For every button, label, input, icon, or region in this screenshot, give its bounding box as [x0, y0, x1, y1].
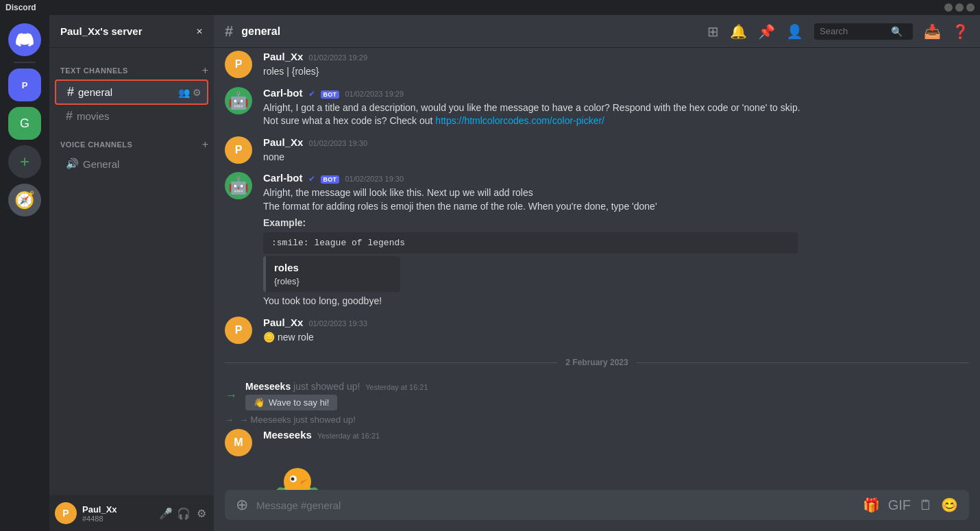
text-channels-category[interactable]: TEXT CHANNELS +: [49, 53, 214, 79]
user-controls: 🎤 🎧 ⚙: [159, 506, 208, 520]
add-text-channel-button[interactable]: +: [202, 64, 208, 77]
wave-button[interactable]: 👋 Wave to say hi!: [245, 395, 337, 410]
channel-header: # general ⊞ 🔔 📌 👤 🔍 📥 ❓: [214, 15, 980, 48]
voice-channels-label: VOICE CHANNELS: [60, 140, 132, 149]
verified-icon: ✔: [308, 174, 315, 184]
messages-area: P Paul_Xx 01/02/2023 19:29 roles | {role…: [214, 48, 980, 490]
wave-button-label: Wave to say hi!: [269, 397, 329, 408]
message-input-box: ⊕ 🎁 GIF 🗒 😊: [225, 490, 969, 520]
user-settings-button[interactable]: ⚙: [195, 506, 208, 520]
message-author: Carl-bot: [263, 172, 303, 184]
message-content-meeseeks: Meeseeks Yesterday at 16:21: [263, 429, 969, 490]
search-input[interactable]: [820, 26, 888, 36]
small-system-text: → Meeseeks just showed up!: [239, 415, 356, 425]
server-name: Paul_Xx's server: [60, 25, 143, 37]
channel-item-general[interactable]: # general 👥 ⚙: [55, 79, 208, 105]
server-divider: [14, 62, 36, 63]
message-text: none: [263, 151, 969, 164]
message-author: Paul_Xx: [263, 51, 303, 62]
notifications-icon[interactable]: 🔔: [730, 23, 747, 40]
pin-icon[interactable]: 📌: [758, 23, 775, 40]
user-info: Paul_Xx #4488: [82, 504, 154, 523]
members-icon[interactable]: 👥: [178, 87, 190, 98]
bot-badge: BOT: [321, 175, 340, 184]
gif-button[interactable]: GIF: [888, 497, 911, 513]
channel-item-general-voice[interactable]: 🔊 General: [55, 153, 208, 174]
search-box[interactable]: 🔍: [814, 23, 913, 40]
gift-button[interactable]: 🎁: [863, 497, 880, 513]
threads-icon[interactable]: ⊞: [707, 23, 719, 40]
channel-name-movies: movies: [77, 110, 203, 122]
message-author: Paul_Xx: [263, 317, 303, 328]
color-picker-link[interactable]: https://htmlcolorcodes.com/color-picker/: [435, 115, 604, 126]
message-group: P Paul_Xx 01/02/2023 19:30 none: [214, 134, 980, 167]
help-icon[interactable]: ❓: [952, 23, 969, 40]
explore-servers-button[interactable]: 🧭: [8, 184, 41, 217]
user-discriminator: #4488: [82, 515, 154, 523]
message-author-meeseeks: Meeseeks: [263, 429, 312, 441]
message-input[interactable]: [256, 491, 855, 519]
system-message-text: Meeseeks just showed up! Yesterday at 16…: [245, 381, 428, 410]
channel-item-movies[interactable]: # movies: [55, 105, 208, 127]
mute-button[interactable]: 🎤: [159, 506, 173, 520]
message-timestamp: 01/02/2023 19:33: [308, 319, 367, 328]
speaker-icon: 🔊: [66, 158, 79, 170]
voice-channels-category[interactable]: VOICE CHANNELS +: [49, 127, 214, 153]
text-channels-label: TEXT CHANNELS: [60, 66, 128, 75]
message-group: P Paul_Xx 01/02/2023 19:29 roles | {role…: [214, 48, 980, 82]
embed-desc: {roles}: [274, 276, 392, 286]
inbox-icon[interactable]: 📥: [924, 23, 941, 40]
message-text-2: Not sure what a hex code is? Check out h…: [263, 114, 969, 128]
server-icon-paul[interactable]: P: [8, 69, 41, 101]
emoji-button[interactable]: 😊: [941, 497, 958, 513]
avatar: P: [225, 136, 252, 164]
hash-icon-movies: #: [66, 109, 73, 123]
message-timestamp: 01/02/2023 19:30: [308, 139, 367, 147]
message-text-2: The format for adding roles is emoji the…: [263, 200, 969, 214]
message-author: Paul_Xx: [263, 136, 303, 148]
settings-icon[interactable]: ⚙: [193, 87, 201, 98]
deafen-button[interactable]: 🎧: [177, 506, 191, 520]
message-timestamp: 01/02/2023 19:29: [345, 90, 404, 98]
message-text: Alright, the message will look like this…: [263, 186, 969, 200]
message-group: 🤖 Carl-bot ✔ BOT 01/02/2023 19:29 Alrigh…: [214, 84, 980, 131]
message-content: Carl-bot ✔ BOT 01/02/2023 19:30 Alright,…: [263, 172, 969, 308]
add-server-button[interactable]: +: [8, 145, 41, 178]
message-text-3: Example:: [263, 217, 969, 230]
message-content: Paul_Xx 01/02/2023 19:29 roles | {roles}: [263, 51, 969, 79]
channel-header-name: general: [241, 25, 699, 38]
server-header-chevron-icon: ✕: [196, 27, 203, 36]
server-list: P G + 🧭: [0, 15, 49, 531]
svg-point-3: [291, 478, 295, 481]
user-panel: P Paul_Xx #4488 🎤 🎧 ⚙: [49, 495, 214, 531]
message-content: Paul_Xx 01/02/2023 19:30 none: [263, 136, 969, 164]
member-list-icon[interactable]: 👤: [786, 23, 803, 40]
message-group-meeseeks: M Meeseeks Yesterday at 16:21: [214, 426, 980, 490]
main-content: # general ⊞ 🔔 📌 👤 🔍 📥 ❓ P: [214, 15, 980, 531]
minimize-button[interactable]: ─: [944, 3, 953, 12]
channel-actions: 👥 ⚙: [178, 87, 201, 98]
embed-title: roles: [274, 262, 392, 273]
message-content: Paul_Xx 01/02/2023 19:33 🪙 new role: [263, 317, 969, 345]
bird-illustration: [263, 449, 332, 490]
wave-icon: 👋: [254, 397, 265, 408]
message-timestamp-meeseeks: Yesterday at 16:21: [317, 432, 380, 440]
message-text: Alright, I got a title and a description…: [263, 101, 969, 115]
server-icon-green[interactable]: G: [8, 107, 41, 140]
system-timestamp: Yesterday at 16:21: [365, 383, 428, 391]
sticker-button[interactable]: 🗒: [919, 497, 933, 513]
divider-line: [225, 362, 557, 363]
add-voice-channel-button[interactable]: +: [202, 138, 208, 151]
attach-button[interactable]: ⊕: [236, 496, 248, 514]
avatar: P: [225, 317, 252, 344]
channel-name-general-voice: General: [83, 158, 203, 170]
header-tools: ⊞ 🔔 📌 👤 🔍 📥 ❓: [707, 23, 969, 40]
message-content: Carl-bot ✔ BOT 01/02/2023 19:29 Alright,…: [263, 87, 969, 128]
maximize-button[interactable]: □: [955, 3, 964, 12]
small-system-message: → → Meeseeks just showed up!: [214, 413, 980, 426]
message-group: 🤖 Carl-bot ✔ BOT 01/02/2023 19:30 Alrigh…: [214, 169, 980, 310]
server-header[interactable]: Paul_Xx's server ✕: [49, 15, 214, 48]
channel-hash-icon: #: [225, 23, 233, 40]
close-button[interactable]: ✕: [966, 3, 975, 12]
server-icon-discord[interactable]: [8, 23, 41, 56]
